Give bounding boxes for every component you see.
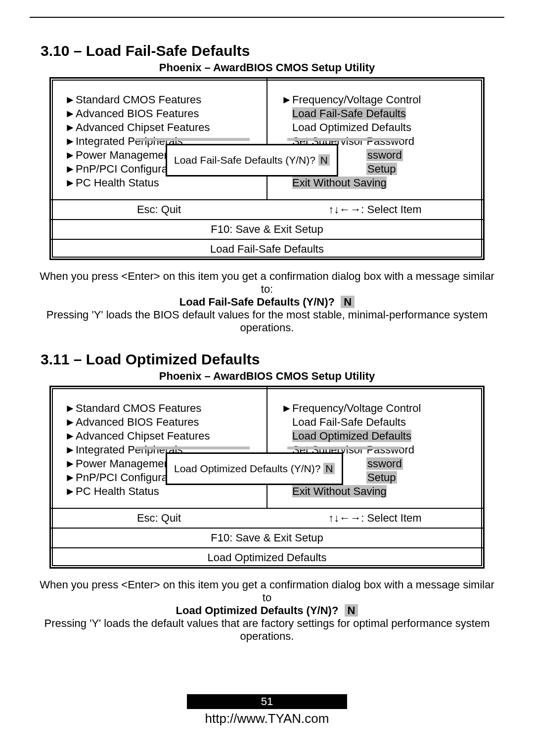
dialog-text: Load Optimized Defaults (Y/N)? — [174, 463, 320, 474]
menu-freq-voltage[interactable]: ►Frequency/Voltage Control — [281, 402, 473, 415]
hint-esc: Esc: Quit — [51, 509, 267, 528]
dialog-answer[interactable]: N — [323, 463, 335, 474]
menu-load-optimized[interactable]: ►Load Optimized Defaults — [281, 121, 473, 134]
explain2-line1: When you press <Enter> on this item you … — [40, 578, 494, 604]
shade-bar — [287, 138, 401, 141]
bios-utility-title: Phoenix – AwardBIOS CMOS Setup Utility — [30, 61, 504, 74]
menu-advanced-chipset[interactable]: ►Advanced Chipset Features — [65, 121, 257, 134]
explain1-line1: When you press <Enter> on this item you … — [40, 270, 494, 296]
bios-menu-right-2: ►Frequency/Voltage Control ►Load Fail-Sa… — [267, 387, 483, 508]
section-heading-3-10: 3.10 – Load Fail-Safe Defaults — [41, 43, 504, 59]
hint-nav: ↑↓←→: Select Item — [267, 200, 483, 219]
explanation-2: When you press <Enter> on this item you … — [40, 578, 494, 643]
menu-load-optimized[interactable]: ►Load Optimized Defaults — [281, 430, 473, 443]
menu-advanced-bios[interactable]: ►Advanced BIOS Features — [65, 107, 257, 120]
explanation-1: When you press <Enter> on this item you … — [40, 270, 494, 334]
page-number: 51 — [187, 694, 347, 709]
bios-help-line-2: Load Optimized Defaults — [51, 548, 483, 567]
shade-bar — [287, 446, 401, 449]
bios-help-line: Load Fail-Safe Defaults — [51, 240, 483, 259]
menu-load-failsafe[interactable]: ►Load Fail-Safe Defaults — [281, 416, 473, 429]
menu-pc-health[interactable]: ►PC Health Status — [65, 485, 257, 498]
bios-menu-left-2: ►Standard CMOS Features ►Advanced BIOS F… — [51, 387, 267, 508]
bios-utility-title-2: Phoenix – AwardBIOS CMOS Setup Utility — [30, 370, 504, 383]
explain1-line2: Pressing 'Y' loads the BIOS default valu… — [40, 309, 494, 334]
bios-screen-1: ►Standard CMOS Features ►Advanced BIOS F… — [49, 77, 485, 260]
explain1-bold: Load Fail-Safe Defaults (Y/N)? — [179, 296, 335, 308]
menu-exit-without-saving[interactable]: ►Exit Without Saving — [281, 177, 473, 189]
shade-bar — [136, 446, 250, 449]
footer-url: http://www.TYAN.com — [0, 711, 534, 726]
bios-screen-2: ►Standard CMOS Features ►Advanced BIOS F… — [49, 386, 485, 569]
menu-standard-cmos[interactable]: ►Standard CMOS Features — [65, 402, 257, 415]
confirm-dialog-optimized[interactable]: Load Optimized Defaults (Y/N)? N — [166, 452, 343, 485]
hint-f10: F10: Save & Exit Setup — [51, 220, 483, 240]
menu-freq-voltage[interactable]: ►Frequency/Voltage Control — [281, 93, 473, 106]
confirm-dialog-failsafe[interactable]: Load Fail-Safe Defaults (Y/N)? N — [166, 144, 338, 177]
explain2-bold: Load Optimized Defaults (Y/N)? — [176, 604, 339, 617]
bios-menu-right: ►Frequency/Voltage Control ►Load Fail-Sa… — [267, 79, 483, 199]
dialog-text: Load Fail-Safe Defaults (Y/N)? — [174, 154, 315, 166]
menu-advanced-chipset[interactable]: ►Advanced Chipset Features — [65, 430, 257, 443]
section-heading-3-11: 3.11 – Load Optimized Defaults — [41, 351, 504, 368]
shade-bar — [136, 138, 250, 141]
menu-standard-cmos[interactable]: ►Standard CMOS Features — [65, 93, 257, 106]
menu-exit-without-saving[interactable]: ►Exit Without Saving — [281, 485, 473, 498]
top-divider — [30, 17, 504, 18]
explain2-line2: Pressing 'Y' loads the default values th… — [40, 617, 494, 643]
bios-key-hints-2: Esc: Quit ↑↓←→: Select Item — [51, 509, 483, 529]
menu-pc-health[interactable]: ►PC Health Status — [65, 177, 257, 189]
page-footer: 51 http://www.TYAN.com — [0, 694, 534, 726]
hint-f10: F10: Save & Exit Setup — [51, 529, 483, 548]
hint-nav: ↑↓←→: Select Item — [267, 509, 483, 528]
explain2-n: N — [345, 604, 358, 617]
explain1-n: N — [341, 296, 355, 308]
menu-load-failsafe[interactable]: ►Load Fail-Safe Defaults — [281, 107, 473, 120]
bios-menu-left: ►Standard CMOS Features ►Advanced BIOS F… — [51, 79, 267, 199]
hint-esc: Esc: Quit — [51, 200, 267, 219]
dialog-answer[interactable]: N — [318, 154, 330, 166]
bios-key-hints: Esc: Quit ↑↓←→: Select Item — [51, 200, 483, 220]
menu-advanced-bios[interactable]: ►Advanced BIOS Features — [65, 416, 257, 429]
